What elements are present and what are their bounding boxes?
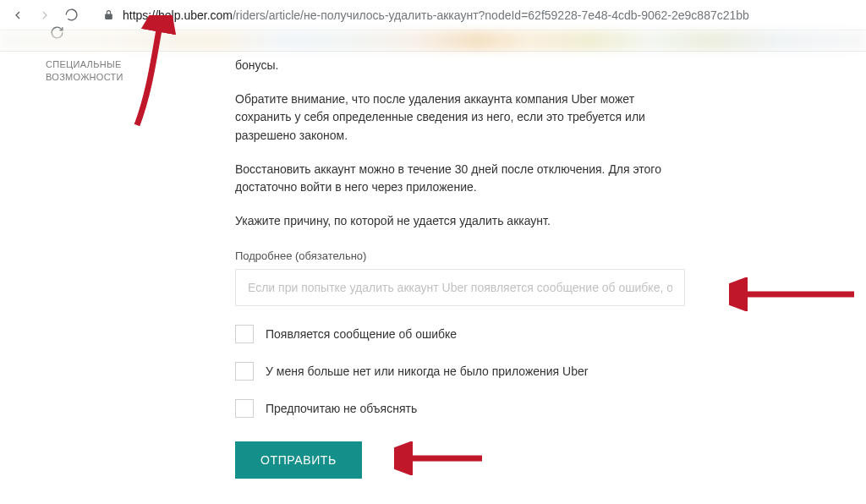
forward-icon[interactable] (37, 8, 52, 23)
submit-button[interactable]: ОТПРАВИТЬ (235, 441, 362, 479)
paragraph-bonuses-tail: бонусы. (235, 57, 685, 75)
checkbox-row-error[interactable]: Появляется сообщение об ошибке (235, 325, 685, 343)
details-input[interactable] (235, 269, 685, 306)
url-rest: /riders/article/не-получилось-удалить-ак… (233, 8, 749, 22)
back-icon[interactable] (10, 8, 25, 23)
main: бонусы. Обратите внимание, что после уда… (195, 52, 736, 479)
checkbox-label: Появляется сообщение об ошибке (266, 327, 457, 341)
details-label: Подробнее (обязательно) (235, 249, 685, 262)
paragraph-notice: Обратите внимание, что после удаления ак… (235, 90, 685, 145)
checkbox-group: Появляется сообщение об ошибке У меня бо… (235, 325, 685, 418)
reload-icon[interactable] (64, 8, 79, 23)
checkbox-box[interactable] (235, 362, 254, 381)
nav-arrows (10, 8, 79, 23)
url-bar[interactable]: https://help.uber.com/riders/article/не-… (95, 3, 856, 27)
browser-bar: https://help.uber.com/riders/article/не-… (0, 0, 866, 30)
sidebar: СПЕЦИАЛЬНЫЕ ВОЗМОЖНОСТИ (0, 52, 195, 479)
sidebar-item-accessibility[interactable]: СПЕЦИАЛЬНЫЕ ВОЗМОЖНОСТИ (46, 58, 195, 84)
checkbox-label: У меня больше нет или никогда не было пр… (266, 364, 588, 378)
checkbox-row-no-app[interactable]: У меня больше нет или никогда не было пр… (235, 362, 685, 381)
checkbox-box[interactable] (235, 399, 254, 418)
paragraph-restore: Восстановить аккаунт можно в течение 30 … (235, 161, 685, 197)
checkbox-label: Предпочитаю не объяснять (266, 402, 417, 415)
checkbox-row-prefer-not[interactable]: Предпочитаю не объяснять (235, 399, 685, 418)
url-host: https://help.uber.com (123, 8, 233, 22)
checkbox-box[interactable] (235, 325, 254, 343)
sidebar-item-label-line1: СПЕЦИАЛЬНЫЕ (46, 58, 195, 71)
lock-icon (103, 9, 114, 20)
body-text: бонусы. Обратите внимание, что после уда… (235, 57, 685, 231)
sidebar-item-label-line2: ВОЗМОЖНОСТИ (46, 71, 195, 84)
blurred-bookmarks-bar (0, 30, 866, 51)
paragraph-reason: Укажите причину, по которой не удается у… (235, 212, 685, 231)
page-content: СПЕЦИАЛЬНЫЕ ВОЗМОЖНОСТИ бонусы. Обратите… (0, 52, 866, 479)
